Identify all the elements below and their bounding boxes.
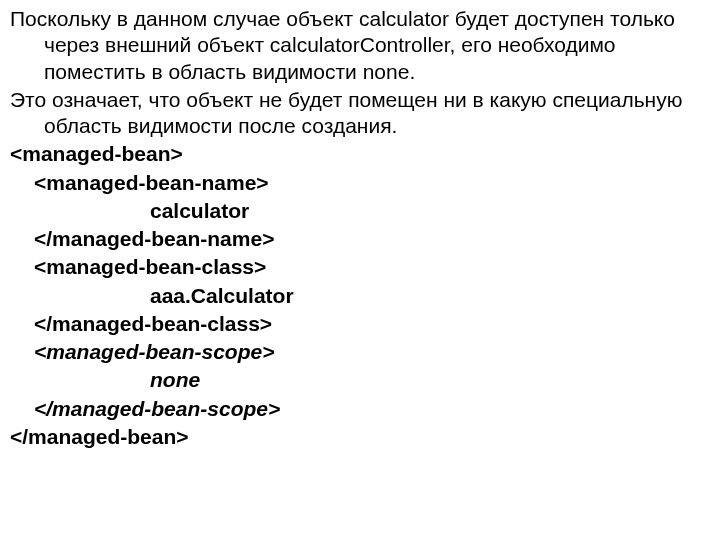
code-managed-bean-scope-close: </managed-bean-scope> — [10, 396, 710, 422]
code-managed-bean-scope-open: <managed-bean-scope> — [10, 339, 710, 365]
code-managed-bean-open: <managed-bean> — [10, 141, 710, 167]
code-managed-bean-class-open: <managed-bean-class> — [10, 254, 710, 280]
code-managed-bean-name-open: <managed-bean-name> — [10, 170, 710, 196]
code-managed-bean-class-close: </managed-bean-class> — [10, 311, 710, 337]
paragraph-2: Это означает, что объект не будет помеще… — [10, 87, 710, 140]
code-bean-scope-value: none — [10, 367, 710, 393]
document-page: Поскольку в данном случае объект calcula… — [0, 0, 720, 462]
paragraph-1: Поскольку в данном случае объект calcula… — [10, 6, 710, 85]
code-managed-bean-close: </managed-bean> — [10, 424, 710, 450]
code-managed-bean-name-close: </managed-bean-name> — [10, 226, 710, 252]
code-bean-class-value: aaa.Calculator — [10, 283, 710, 309]
code-bean-name-value: calculator — [10, 198, 710, 224]
